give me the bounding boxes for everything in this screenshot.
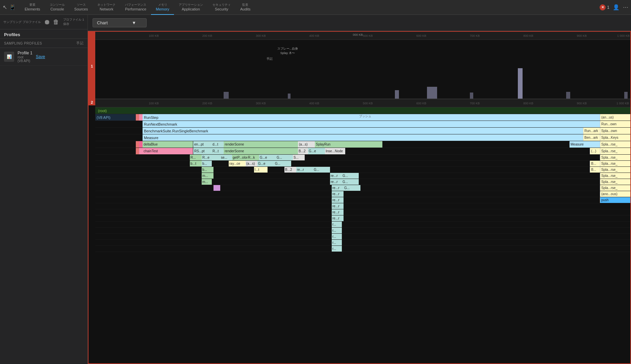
push-bar[interactable]: push <box>600 197 630 203</box>
render-scene-bar2[interactable]: renderScene <box>224 148 298 154</box>
ge-bar2[interactable]: G...e <box>259 155 276 160</box>
r-dot-bar4[interactable]: r... <box>332 240 342 245</box>
re-r-bar5[interactable]: re...r <box>332 191 344 197</box>
r-t-bar[interactable]: R...t <box>212 148 224 154</box>
ge-bar1[interactable]: G...e <box>308 148 325 154</box>
g-bar6[interactable]: G... <box>344 185 360 191</box>
b-bar1[interactable]: b... <box>202 161 212 166</box>
getp-olor-bar[interactable]: getP...olor <box>232 155 247 160</box>
spla-rse-bar2[interactable]: (...) <box>590 148 600 154</box>
g-bar2[interactable]: G... <box>274 161 291 166</box>
flame-section-2[interactable]: 2 100 KB 200 KB 300 KB 400 KB 500 KB 600… <box>89 99 630 363</box>
user-icon[interactable]: 👤 <box>613 4 620 10</box>
save-link[interactable]: 保存 <box>63 22 69 26</box>
ge-bar3[interactable]: G...e <box>257 161 274 166</box>
m-bar2[interactable]: m... <box>202 179 212 185</box>
measure-right-bar[interactable]: Measure <box>570 141 600 148</box>
b2-bar2[interactable]: B...2 <box>284 167 296 173</box>
d-t-bar[interactable]: d...t <box>212 141 224 148</box>
measure-bar[interactable]: Measure <box>143 134 583 141</box>
delta-blue-bar[interactable]: deltaBlue <box>143 141 193 148</box>
benchmark-suite-bar[interactable]: BenchmarkSuite.RunSingleBenchmark <box>143 128 583 134</box>
tab-sources[interactable]: ソース Sources <box>70 0 93 15</box>
spla-rse-bar1[interactable]: Spla...rse_ <box>600 141 630 148</box>
rk-bar[interactable]: R...k <box>247 155 259 160</box>
chain-test-bar[interactable]: chainTest <box>143 148 193 154</box>
root-row[interactable]: (root) <box>95 107 630 114</box>
ray-ce-bar[interactable]: ray...ce <box>229 161 246 166</box>
b-right-bar2[interactable]: B... <box>590 167 600 173</box>
chart-dropdown[interactable]: Chart ▼ <box>93 18 147 27</box>
spla-own-bar[interactable]: Spla...own <box>600 128 630 134</box>
an-us-bar[interactable]: (an...us) <box>600 114 630 121</box>
tab-elements[interactable]: 要素 Elements <box>20 0 45 15</box>
re-r-bar9[interactable]: re...r <box>332 215 344 221</box>
tab-application[interactable]: アプリケーション Application <box>174 0 208 15</box>
spla-rse-bar4[interactable]: Spla...rse_ <box>600 161 630 166</box>
tab-memory[interactable]: メモリ Memory <box>151 0 174 15</box>
re-r-bar8[interactable]: re...r <box>332 209 344 215</box>
r-dot-bar1[interactable]: r... <box>332 222 342 227</box>
inse-node-bar[interactable]: Inse...Node <box>325 148 345 154</box>
tab-audits[interactable]: 監査 Audits <box>235 0 255 15</box>
spla-keys-bar[interactable]: Spla...Keys <box>600 134 630 141</box>
device-icon[interactable]: 📱 <box>9 4 16 10</box>
runstep-label: RunStep <box>144 115 158 120</box>
run-own-bar[interactable]: Run...own <box>600 121 630 127</box>
runstep-bar[interactable]: RunStep プッシュ <box>143 114 600 121</box>
tab-security[interactable]: セキュリティ Security <box>208 0 235 15</box>
s-bar1[interactable]: S... <box>293 155 305 160</box>
g-bar4[interactable]: G... <box>342 173 359 179</box>
more-icon[interactable]: ⋯ <box>623 4 628 10</box>
tab-network[interactable]: ネットワーク Network <box>93 0 120 15</box>
re-r-bar2[interactable]: re...r <box>330 173 342 179</box>
tab-performance[interactable]: パフォーマンス Performance <box>120 0 151 15</box>
delete-icon[interactable]: 🗑 <box>53 19 59 26</box>
ano-ous-bar[interactable]: (ano...ous) <box>600 191 630 197</box>
spla-rse-bar8[interactable]: Spla...rse_ <box>600 185 630 191</box>
l-t-bar[interactable]: l...t <box>254 167 268 173</box>
splayrun-bar[interactable]: SplayRun <box>315 141 382 148</box>
run-next-benchmark-bar[interactable]: RunNextBenchmark <box>143 121 600 127</box>
profile-save-link[interactable]: Save <box>36 54 45 59</box>
r-dot-bar3[interactable]: r... <box>332 234 342 239</box>
re-r-bar4[interactable]: re...r <box>332 185 344 191</box>
spla-rse-bar3[interactable]: Spla...rse_ <box>600 155 630 160</box>
r-dot-bar2[interactable]: r... <box>332 228 342 233</box>
re-bar1[interactable]: R...e <box>202 155 220 160</box>
b2-bar1[interactable]: B...2 <box>298 148 308 154</box>
re-r-bar7[interactable]: re...r <box>332 203 344 209</box>
b-t-bar[interactable]: b...t <box>190 161 202 166</box>
g-bar1[interactable]: G... <box>276 155 293 160</box>
b-right-bar1[interactable]: B... <box>590 161 600 166</box>
b-bar2[interactable]: b... <box>202 167 213 173</box>
mini-bar-6 <box>518 68 523 99</box>
run-ark-bar[interactable]: Run...ark <box>583 128 600 134</box>
v8-sublabel: (V8 API) <box>18 59 32 63</box>
a-s-bar1[interactable]: (a...s) <box>298 141 315 148</box>
re-r-bar3[interactable]: re...r <box>330 179 342 185</box>
a-s-bar2[interactable]: (a...s) <box>246 161 257 166</box>
record-icon[interactable]: ⏺ <box>44 18 50 26</box>
ben-ark-bar[interactable]: Ben...ark <box>583 134 600 141</box>
se-bar1[interactable]: se... <box>220 155 232 160</box>
g-bar3[interactable]: G... <box>313 167 330 173</box>
profile-item-1[interactable]: 📊 Profile 1 root (V8 API) Save <box>0 48 87 66</box>
r-bar1[interactable]: R... <box>190 155 202 160</box>
spla-rse-bar2b[interactable]: Spla...rse_ <box>600 148 630 154</box>
stop-button[interactable]: 手記 <box>76 41 83 46</box>
cursor-icon[interactable]: ↖ <box>3 4 7 10</box>
spla-rse-bar7[interactable]: Spla...rse_ <box>600 179 630 185</box>
r-dot-bar5[interactable]: r... <box>332 246 342 252</box>
re-r-bar6[interactable]: re...r <box>332 197 344 203</box>
render-scene-bar1[interactable]: renderScene <box>224 141 298 148</box>
rs-pt-bar[interactable]: RS...pt <box>193 148 212 154</box>
m-bar1[interactable]: m... <box>202 173 213 179</box>
tab-console[interactable]: コンソール Console <box>45 0 70 15</box>
spla-rse-bar5[interactable]: Spla...rse_ <box>600 167 630 173</box>
spla-rse-bar6[interactable]: Spla...rse_ <box>600 173 630 179</box>
g-bar5[interactable]: G... <box>342 179 359 185</box>
en-pt-bar[interactable]: en...pt <box>193 141 212 148</box>
error-group: ✕ 1 <box>600 4 609 10</box>
re-r-bar1[interactable]: re...r <box>296 167 313 173</box>
